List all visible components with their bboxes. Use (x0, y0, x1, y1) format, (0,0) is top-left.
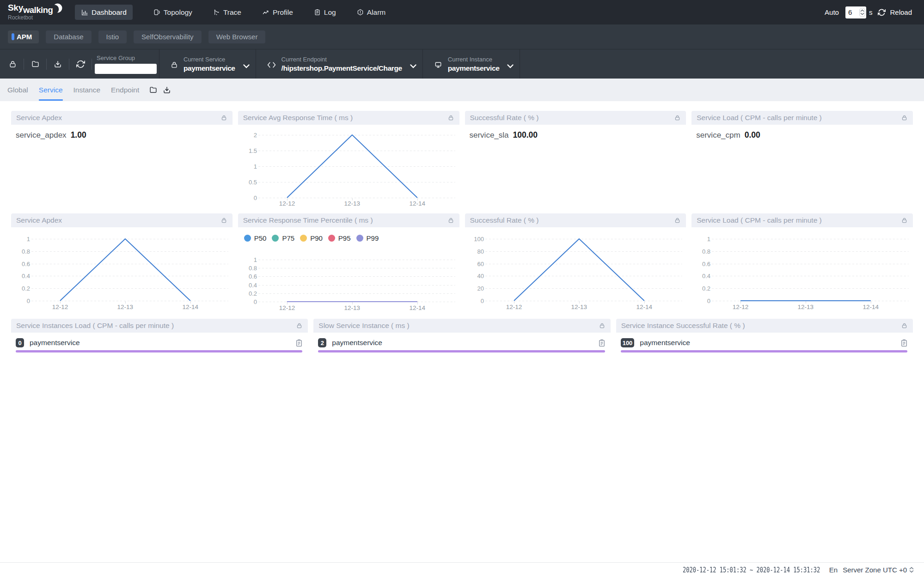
tab-endpoint[interactable]: Endpoint (111, 79, 139, 101)
reload-icon[interactable] (878, 8, 886, 16)
refresh-icon[interactable] (69, 60, 92, 68)
auto-label: Auto (825, 8, 839, 16)
panel-title: Slow Service Instance ( ms ) (318, 322, 409, 330)
svg-text:12-14: 12-14 (409, 304, 425, 311)
download-icon[interactable] (47, 60, 69, 68)
panel-header: Service Apdex (11, 111, 233, 125)
legend-item-p99[interactable]: P99 (356, 234, 379, 242)
lock-icon (448, 115, 454, 121)
tab-global[interactable]: Global (7, 79, 28, 101)
clipboard-icon[interactable] (296, 339, 302, 347)
legend-label: P90 (310, 234, 323, 242)
clipboard-icon[interactable] (901, 339, 907, 347)
toolbar-group-separator (520, 49, 520, 79)
lock-icon (901, 322, 907, 329)
panel-row-1: Service Apdex service_apdex 1.00 Service… (11, 111, 913, 208)
instance-list-item[interactable]: 2 paymentservice (313, 333, 610, 356)
language-selector[interactable]: En (829, 566, 838, 574)
panel-title: Service Apdex (16, 114, 62, 122)
server-zone-label: Server Zone UTC +0 (843, 566, 907, 574)
lock-icon (674, 115, 680, 121)
legend-label: P99 (367, 234, 379, 242)
panel-title: Service Load ( CPM - calls per minute ) (697, 114, 821, 122)
tab-instance[interactable]: Instance (73, 79, 101, 101)
svg-text:0: 0 (253, 194, 257, 201)
svg-text:0.6: 0.6 (22, 261, 30, 267)
svg-text:0.4: 0.4 (249, 282, 257, 289)
instance-list-item[interactable]: 0 paymentservice (11, 333, 308, 356)
instance-value-badge: 2 (318, 338, 326, 347)
instance-icon (434, 61, 442, 69)
nav-item-label: Topology (164, 8, 192, 17)
selector-value: /hipstershop.PaymentService/Charge (281, 64, 402, 73)
navbar-right-controls: Auto 6 s Reload (825, 6, 913, 18)
nav-item-label: Profile (273, 8, 293, 17)
folder-icon[interactable] (24, 60, 46, 68)
lock-icon (221, 115, 227, 121)
group-pill-istio[interactable]: Istio (98, 30, 127, 43)
metric-line: service_apdex 1.00 (11, 125, 233, 140)
legend-item-p95[interactable]: P95 (328, 234, 351, 242)
line-chart-service-load: 00.20.40.60.8112-1212-1312-14 (691, 227, 913, 313)
top-navbar: Skywalking Rocketbot Dashboard Topology … (0, 0, 924, 24)
metric-label: service_cpm (696, 131, 740, 140)
group-pill-web-browser[interactable]: Web Browser (208, 30, 266, 43)
active-group-dot (12, 33, 14, 40)
line-chart-successful-rate: 02040608010012-1212-1312-14 (465, 227, 686, 313)
reload-label[interactable]: Reload (890, 8, 912, 16)
folder-icon[interactable] (149, 86, 158, 94)
server-zone-stepper[interactable] (909, 567, 914, 573)
nav-item-log[interactable]: Log (314, 8, 336, 17)
legend-item-p75[interactable]: P75 (272, 234, 294, 242)
current-service-selector[interactable]: Current Service paymentservice (159, 49, 256, 79)
trace-icon (213, 9, 220, 16)
panel-header: Successful Rate ( % ) (465, 213, 686, 227)
clipboard-icon[interactable] (599, 339, 605, 347)
panel-successful-rate-value: Successful Rate ( % ) service_sla 100.00 (465, 111, 686, 208)
svg-text:1: 1 (253, 163, 257, 170)
svg-text:1: 1 (253, 256, 257, 263)
panel-service-apdex-value: Service Apdex service_apdex 1.00 (11, 111, 233, 208)
group-pill-selfobservability[interactable]: SelfObservability (134, 30, 202, 43)
scope-tabbar: Global Service Instance Endpoint (0, 79, 924, 101)
tab-service[interactable]: Service (39, 79, 63, 101)
metric-label: service_sla (470, 131, 509, 140)
nav-item-trace[interactable]: Trace (213, 8, 241, 17)
nav-item-dashboard[interactable]: Dashboard (75, 5, 133, 20)
legend-dot (272, 235, 279, 242)
service-group-input[interactable] (95, 64, 157, 74)
group-pill-apm[interactable]: APM (8, 30, 39, 43)
time-range[interactable]: 2020-12-12 15:01:32 ~ 2020-12-14 15:31:3… (683, 565, 820, 574)
nav-item-topology[interactable]: Topology (153, 8, 192, 17)
log-icon (314, 9, 321, 16)
logo-title-walking: walking (23, 5, 53, 15)
alarm-icon (357, 9, 364, 16)
nav-item-label: Trace (223, 8, 241, 17)
nav-item-profile[interactable]: Profile (262, 8, 293, 17)
panel-header: Service Load ( CPM - calls per minute ) (691, 213, 913, 227)
legend-item-p50[interactable]: P50 (244, 234, 267, 242)
dashboard-group-bar: APM Database Istio SelfObservability Web… (0, 24, 924, 49)
lock-toggle-icon[interactable] (1, 60, 24, 68)
group-pill-label: Istio (106, 33, 119, 41)
instance-list-item[interactable]: 100 paymentservice (616, 333, 913, 356)
svg-text:20: 20 (477, 285, 483, 292)
legend-item-p90[interactable]: P90 (300, 234, 323, 242)
logo-title-sky: Sky (8, 3, 23, 13)
auto-interval-input[interactable]: 6 (845, 6, 866, 18)
instance-value-badge: 100 (621, 338, 635, 347)
panel-title: Service Load ( CPM - calls per minute ) (697, 216, 821, 225)
panel-title: Successful Rate ( % ) (470, 114, 539, 122)
current-instance-selector[interactable]: Current Instance paymentservice (423, 49, 520, 79)
lock-icon (171, 61, 178, 69)
svg-text:0.4: 0.4 (22, 273, 30, 279)
current-endpoint-selector[interactable]: Current Endpoint /hipstershop.PaymentSer… (256, 49, 422, 79)
nav-item-alarm[interactable]: Alarm (357, 8, 386, 17)
auto-interval-stepper[interactable] (859, 8, 865, 17)
group-pill-database[interactable]: Database (46, 30, 91, 43)
instance-value-badge: 0 (16, 338, 24, 347)
svg-text:1: 1 (27, 236, 30, 243)
group-pill-label: Web Browser (216, 33, 258, 41)
metric-value: 0.00 (745, 130, 760, 140)
download-icon[interactable] (163, 86, 171, 94)
